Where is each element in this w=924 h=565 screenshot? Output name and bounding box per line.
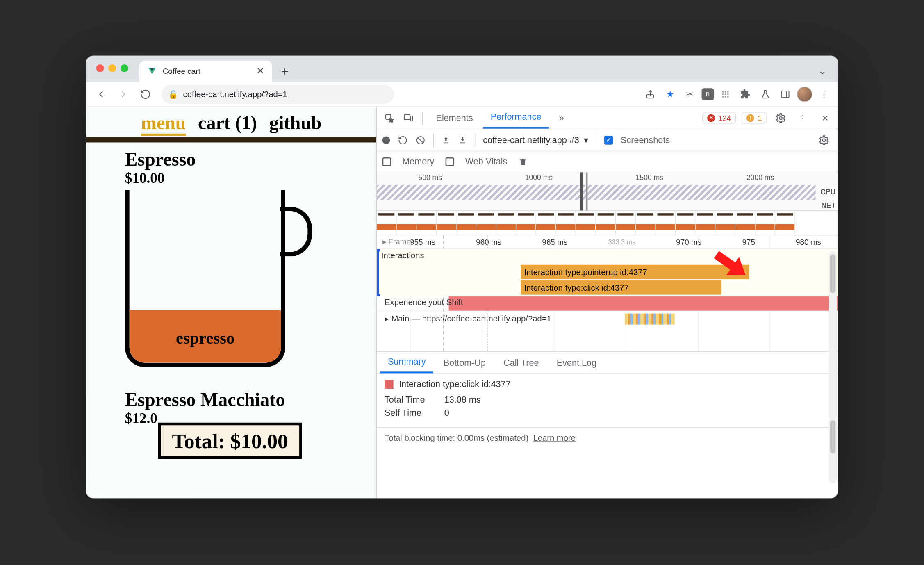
load-profile-icon[interactable] (442, 136, 451, 145)
timeline-tick: 965 ms (542, 237, 567, 246)
vue-favicon-icon (147, 66, 157, 76)
memory-checkbox[interactable] (382, 157, 391, 166)
error-count: 124 (718, 114, 731, 123)
timeline-overview[interactable]: 500 ms 1000 ms 1500 ms 2000 ms CPU NET (377, 172, 838, 211)
nav-back-button[interactable] (92, 84, 111, 103)
timeline-fps-hint: 333.3 ms (608, 238, 636, 246)
track-main-label: Main — https://coffee-cart.netlify.app/?… (391, 314, 551, 323)
trash-icon[interactable] (518, 157, 527, 166)
bookmark-star-icon[interactable]: ★ (662, 86, 678, 103)
layout-shift-bar-label: yout Shift (428, 297, 463, 307)
svg-point-11 (728, 96, 728, 97)
cart-total-chip[interactable]: Total: $10.00 (158, 423, 302, 459)
svg-point-4 (725, 91, 726, 92)
tab-bottom-up[interactable]: Bottom-Up (436, 352, 494, 374)
fullscreen-window-icon[interactable] (121, 64, 128, 72)
error-count-pill[interactable]: ✕124 (702, 112, 736, 124)
screenshots-filmstrip[interactable] (377, 211, 838, 235)
experience-track[interactable]: Experience yout Shift (377, 296, 838, 311)
window-controls[interactable] (96, 64, 128, 72)
svg-rect-16 (410, 116, 412, 121)
tab-overflow-button[interactable]: ⌄ (818, 65, 826, 77)
performance-footer: Total blocking time: 0.00ms (estimated) … (377, 427, 838, 448)
minimize-window-icon[interactable] (108, 64, 116, 72)
nav-menu-link[interactable]: menu (141, 113, 186, 136)
product-price: $10.00 (125, 170, 376, 187)
summary-self-time-key: Self Time (385, 408, 435, 418)
close-window-icon[interactable] (96, 64, 104, 72)
address-bar[interactable]: 🔒 coffee-cart.netlify.app/?ad=1 (162, 84, 394, 103)
save-profile-icon[interactable] (458, 136, 467, 145)
main-track[interactable]: ▸ Main — https://coffee-cart.netlify.app… (377, 311, 838, 328)
nav-forward-button[interactable] (114, 84, 133, 103)
extension-grid-icon[interactable] (717, 86, 734, 103)
cup-illustration[interactable]: espresso (125, 190, 308, 373)
recording-select[interactable]: coffee-cart.netlify.app #3 ▾ (483, 135, 588, 146)
inspect-element-icon[interactable] (381, 109, 398, 126)
side-panel-icon[interactable] (777, 86, 794, 103)
warning-count-pill[interactable]: !1 (742, 112, 767, 124)
tab-performance[interactable]: Performance (483, 107, 549, 129)
svg-point-6 (723, 93, 724, 94)
track-frames-label: ▸ Frames (382, 237, 415, 246)
interactions-track[interactable]: Interactions Interaction type:pointerup … (377, 249, 838, 296)
devtools-tabbar: Elements Performance » ✕124 !1 ⋮ ✕ (377, 107, 838, 129)
tab-elements[interactable]: Elements (428, 107, 481, 129)
scissors-extension-icon[interactable]: ✂︎ (682, 86, 699, 103)
nav-github-link[interactable]: github (269, 113, 322, 136)
overview-tick: 500 ms (418, 173, 442, 182)
extensions-puzzle-icon[interactable] (737, 86, 754, 103)
reload-record-icon[interactable] (398, 135, 407, 145)
devtools-close-icon[interactable]: ✕ (817, 109, 833, 126)
learn-more-link[interactable]: Learn more (533, 433, 576, 442)
close-tab-icon[interactable]: ✕ (256, 65, 264, 77)
record-button-icon[interactable] (382, 136, 390, 144)
profile-avatar[interactable] (797, 86, 812, 102)
tab-overflow[interactable]: » (551, 107, 572, 129)
reload-button[interactable] (136, 84, 155, 103)
capture-settings-icon[interactable] (816, 132, 833, 148)
summary-scrollbar[interactable] (829, 417, 837, 483)
summary-total-time-value: 13.08 ms (444, 395, 481, 405)
svg-point-5 (728, 91, 728, 92)
screenshots-checkbox[interactable]: ✓ (604, 136, 613, 145)
svg-point-22 (823, 139, 826, 141)
labs-flask-icon[interactable] (757, 86, 774, 103)
summary-title: Interaction type:click id:4377 (399, 379, 511, 389)
lock-icon: 🔒 (168, 89, 179, 99)
tab-event-log[interactable]: Event Log (549, 352, 604, 374)
product-name: Espresso (125, 149, 376, 170)
browser-tab[interactable]: Coffee cart ✕ (139, 61, 272, 82)
tab-title: Coffee cart (163, 67, 200, 76)
nav-cart-link[interactable]: cart (1) (198, 113, 257, 136)
extension-n-icon[interactable]: n (702, 88, 714, 100)
devtools-scrollbar[interactable] (829, 251, 837, 420)
share-icon[interactable] (642, 86, 659, 103)
summary-self-time-value: 0 (444, 408, 449, 418)
browser-toolbar: 🔒 coffee-cart.netlify.app/?ad=1 ★ ✂︎ n ⋮ (86, 82, 838, 107)
summary-color-swatch (385, 380, 394, 389)
overview-net-label: NET (821, 201, 835, 210)
flame-chart[interactable]: ▸ Frames 955 ms 960 ms 965 ms 333.3 ms 9… (377, 235, 838, 352)
tab-call-tree[interactable]: Call Tree (496, 352, 546, 374)
svg-rect-15 (404, 114, 410, 119)
device-toolbar-icon[interactable] (400, 109, 417, 126)
screenshots-label: Screenshots (621, 135, 670, 145)
content-area: menu cart (1) github Espresso $10.00 esp… (86, 107, 838, 498)
main-tasks-bars[interactable] (625, 314, 675, 325)
browser-window: Coffee cart ✕ ＋ ⌄ 🔒 coffee-cart.netlify.… (86, 56, 838, 499)
tab-summary[interactable]: Summary (380, 352, 433, 374)
svg-point-10 (725, 96, 726, 97)
browser-menu-icon[interactable]: ⋮ (816, 86, 833, 103)
performance-toolbar: coffee-cart.netlify.app #3 ▾ ✓ Screensho… (377, 129, 838, 151)
interaction-bar-click[interactable]: Interaction type:click id:4377 (521, 280, 721, 295)
product-card-espresso: Espresso $10.00 espresso (86, 145, 376, 373)
blocking-time-text: Total blocking time: 0.00ms (estimated) (385, 433, 528, 442)
clear-icon[interactable] (416, 135, 426, 145)
webvitals-checkbox[interactable] (445, 157, 454, 166)
summary-total-time-key: Total Time (385, 395, 435, 405)
new-tab-button[interactable]: ＋ (275, 62, 294, 80)
devtools-kebab-icon[interactable]: ⋮ (794, 109, 811, 126)
devtools-settings-icon[interactable] (772, 109, 789, 126)
recording-select-label: coffee-cart.netlify.app #3 (483, 135, 579, 145)
